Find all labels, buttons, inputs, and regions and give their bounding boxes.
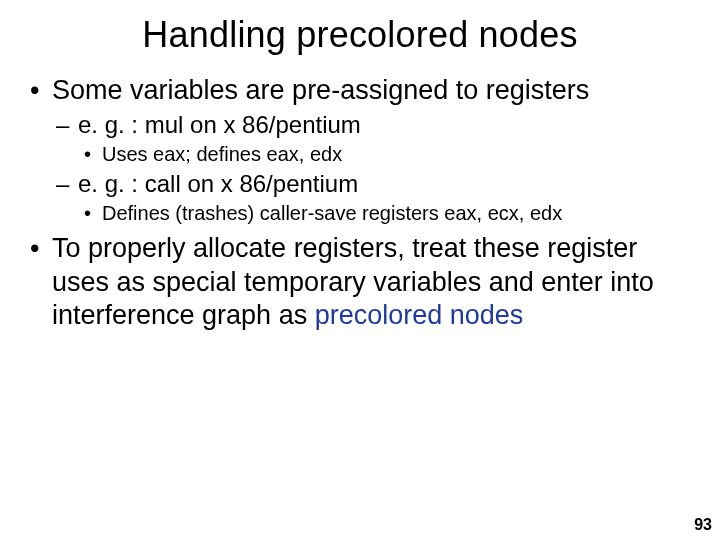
bullet-2: To properly allocate registers, treat th… (24, 232, 696, 333)
bullet-1a1-text: Uses eax; defines eax, edx (102, 143, 342, 165)
bullet-1-sublist: e. g. : mul on x 86/pentium Uses eax; de… (52, 110, 696, 226)
slide-title: Handling precolored nodes (0, 0, 720, 62)
bullet-1a-text: e. g. : mul on x 86/pentium (78, 111, 361, 138)
bullet-list: Some variables are pre-assigned to regis… (24, 74, 696, 333)
page-number: 93 (694, 516, 712, 534)
slide-body: Some variables are pre-assigned to regis… (0, 62, 720, 333)
bullet-2-highlight: precolored nodes (315, 300, 524, 330)
bullet-1-text: Some variables are pre-assigned to regis… (52, 75, 589, 105)
bullet-1a: e. g. : mul on x 86/pentium Uses eax; de… (52, 110, 696, 167)
bullet-1a1: Uses eax; defines eax, edx (78, 142, 696, 167)
bullet-1: Some variables are pre-assigned to regis… (24, 74, 696, 226)
bullet-1b-text: e. g. : call on x 86/pentium (78, 170, 358, 197)
slide: Handling precolored nodes Some variables… (0, 0, 720, 540)
bullet-1a-sublist: Uses eax; defines eax, edx (78, 142, 696, 167)
bullet-1b: e. g. : call on x 86/pentium Defines (tr… (52, 169, 696, 226)
bullet-1b-sublist: Defines (trashes) caller-save registers … (78, 201, 696, 226)
bullet-1b1: Defines (trashes) caller-save registers … (78, 201, 696, 226)
bullet-1b1-text: Defines (trashes) caller-save registers … (102, 202, 562, 224)
